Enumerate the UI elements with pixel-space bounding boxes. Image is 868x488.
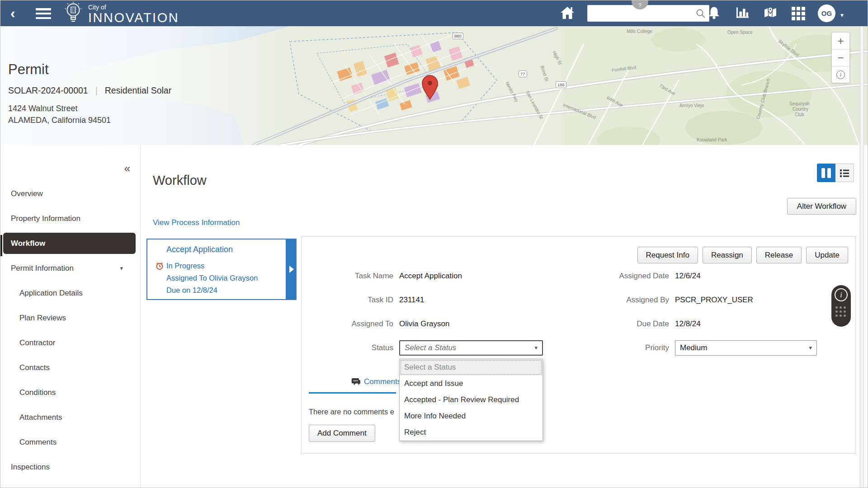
permit-banner-info: Permit SOLAR-2024-00001 | Residential So… xyxy=(8,61,171,126)
hamburger-menu-icon[interactable] xyxy=(36,8,51,19)
status-option-accept-and-issue[interactable]: Accept and Issue xyxy=(400,375,542,392)
card-view-toggle[interactable] xyxy=(817,164,835,182)
chevron-down-icon: ▾ xyxy=(534,344,538,351)
task-card-lines: In ProgressAssigned To Olivia GraysonDue… xyxy=(166,260,258,296)
priority-label: Priority xyxy=(577,343,669,352)
avatar[interactable]: OG xyxy=(818,5,835,22)
priority-dropdown[interactable]: Medium ▾ xyxy=(675,340,817,356)
task-card-line: In Progress xyxy=(166,260,258,272)
task-card-selected-bar xyxy=(286,239,296,299)
sidebar-item-property-information[interactable]: Property Information xyxy=(0,206,140,231)
help-info-widget[interactable]: i xyxy=(831,285,851,327)
assigned-date-row: Assigned Date12/6/24 xyxy=(577,264,853,288)
address-line2: ALAMEDA, California 94501 xyxy=(8,114,171,126)
avatar-chevron-down-icon[interactable]: ▾ xyxy=(840,11,844,19)
logo-city-of: City of xyxy=(88,4,179,11)
global-search xyxy=(587,5,709,22)
sidebar-item-label: Permit Information xyxy=(11,264,74,273)
keypad-dots-icon xyxy=(835,306,846,317)
sidebar-collapse-icon[interactable]: « xyxy=(124,162,129,175)
page-scrollbar[interactable] xyxy=(860,26,864,488)
top-navbar: ‹ City of INNOVATION ? xyxy=(0,0,868,26)
view-process-information-link[interactable]: View Process Information xyxy=(153,218,240,227)
field-label: Task ID xyxy=(302,296,393,305)
task-action-buttons: Request InfoReassignReleaseUpdate xyxy=(637,247,848,263)
arrow-right-icon xyxy=(289,266,294,273)
field-value: 12/6/24 xyxy=(675,272,701,281)
field-value: PSCR_PROXY_USER xyxy=(675,296,753,305)
sidebar-item-comments[interactable]: Comments xyxy=(0,430,140,455)
back-icon[interactable]: ‹ xyxy=(10,5,15,21)
map-info-button[interactable]: i xyxy=(832,66,849,83)
sidebar-item-application-details[interactable]: Application Details xyxy=(0,281,140,305)
task-detail-panel: Request InfoReassignReleaseUpdate Task N… xyxy=(301,236,856,454)
sidebar-item-overview[interactable]: Overview xyxy=(0,181,140,206)
update-button[interactable]: Update xyxy=(806,247,848,263)
status-dropdown[interactable]: Select a Status ▾ xyxy=(399,340,543,356)
status-dropdown-list: Select a StatusAccept and IssueAccepted … xyxy=(399,359,543,441)
status-option-more-info-needed[interactable]: More Info Needed xyxy=(400,408,542,424)
permit-number: SOLAR-2024-00001 xyxy=(8,85,88,96)
reassign-button[interactable]: Reassign xyxy=(703,247,752,263)
content-area: « OverviewProperty InformationWorkflowPe… xyxy=(0,145,868,488)
separator: | xyxy=(95,85,98,96)
apps-grid-icon[interactable] xyxy=(792,7,805,20)
sidebar-item-label: Inspections xyxy=(11,463,50,472)
page-title: Permit xyxy=(8,61,171,78)
map-label: Mills College xyxy=(627,29,652,34)
columns-icon xyxy=(821,168,831,178)
sidebar-item-label: Property Information xyxy=(11,214,80,223)
priority-dropdown-value: Medium xyxy=(680,343,707,352)
task-card-accept-application[interactable]: Accept Application In ProgressAssigned T… xyxy=(146,239,297,300)
tab-comments[interactable]: Comments xyxy=(351,377,401,386)
info-icon: i xyxy=(836,70,845,79)
fields-left-column: Task NameAccept ApplicationTask ID231141… xyxy=(302,264,548,360)
field-label: Assigned To xyxy=(302,319,393,328)
sidebar-item-label: Workflow xyxy=(11,239,45,248)
sidebar-item-contacts[interactable]: Contacts xyxy=(0,355,140,380)
sidebar-item-label: Attachments xyxy=(19,413,62,422)
alter-workflow-button[interactable]: Alter Workflow xyxy=(787,198,856,215)
sidebar-item-plan-reviews[interactable]: Plan Reviews xyxy=(0,305,140,330)
sidebar-item-contractor[interactable]: Contractor xyxy=(0,330,140,355)
task-card-line: Assigned To Olivia Grayson xyxy=(166,272,258,284)
sidebar-item-label: Application Details xyxy=(19,289,83,298)
map-banner: Mills CollegeOpen SpaceSkyline BlvdFooth… xyxy=(0,26,868,145)
status-label: Status xyxy=(302,343,393,352)
sidebar-item-permit-information[interactable]: Permit Information▾ xyxy=(0,256,140,281)
sidebar-item-label: Contacts xyxy=(19,363,50,372)
map-zoom-out-button[interactable]: − xyxy=(832,49,849,66)
status-option-select-a-status[interactable]: Select a Status xyxy=(400,359,542,375)
chevron-down-icon: ▾ xyxy=(120,265,123,272)
view-toggle xyxy=(817,164,854,182)
sidebar-item-conditions[interactable]: Conditions xyxy=(0,380,140,405)
map-label: Sequoyah xyxy=(789,101,810,106)
list-icon xyxy=(840,169,849,178)
search-icon[interactable] xyxy=(696,9,706,20)
list-view-toggle[interactable] xyxy=(835,164,854,182)
home-icon[interactable] xyxy=(560,6,575,21)
info-icon: i xyxy=(835,288,848,301)
task-card-title: Accept Application xyxy=(166,245,233,254)
notifications-bell-icon[interactable] xyxy=(708,6,720,21)
status-option-reject[interactable]: Reject xyxy=(400,424,542,441)
sidebar-item-label: Overview xyxy=(11,189,43,198)
sidebar-item-workflow[interactable]: Workflow xyxy=(3,233,136,254)
reports-chart-icon[interactable] xyxy=(736,6,749,20)
status-row: Status Select a Status ▾ xyxy=(302,336,548,360)
add-comment-button[interactable]: Add Comment xyxy=(309,425,375,442)
sidebar-item-attachments[interactable]: Attachments xyxy=(0,405,140,430)
map-zoom-in-button[interactable]: + xyxy=(832,33,849,49)
sidebar-item-inspections[interactable]: Inspections xyxy=(0,455,140,479)
map-icon[interactable] xyxy=(764,6,777,21)
comments-empty-text: There are no comments e xyxy=(309,408,394,416)
request-info-button[interactable]: Request Info xyxy=(637,247,698,263)
field-value: Accept Application xyxy=(399,272,462,281)
address-line1: 1424 Walnut Street xyxy=(8,103,171,114)
status-option-accepted-plan-review-required[interactable]: Accepted - Plan Review Required xyxy=(400,392,542,408)
logo-text: City of INNOVATION xyxy=(88,4,179,25)
map-label: Knowland Park xyxy=(697,137,727,142)
in-progress-clock-icon xyxy=(156,262,164,272)
task-id-row: Task ID231141 xyxy=(302,288,548,312)
release-button[interactable]: Release xyxy=(756,247,802,263)
